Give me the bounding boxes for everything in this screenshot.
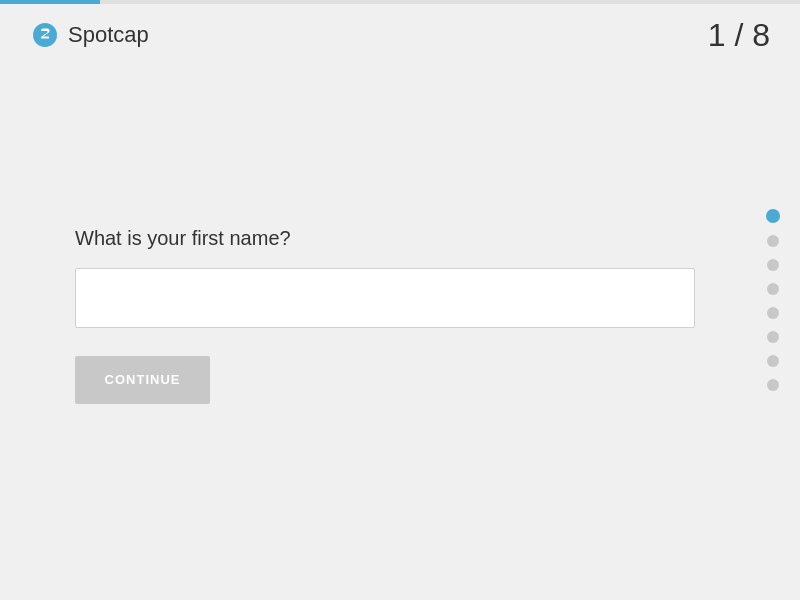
main-content: What is your first name? CONTINUE	[0, 70, 740, 600]
logo: Spotcap	[30, 20, 149, 50]
step-dots	[766, 209, 780, 391]
step-dot-1[interactable]	[766, 209, 780, 223]
step-dot-7[interactable]	[767, 355, 779, 367]
spotcap-logo-icon	[30, 20, 60, 50]
step-dot-6[interactable]	[767, 331, 779, 343]
step-dot-8[interactable]	[767, 379, 779, 391]
logo-text: Spotcap	[68, 22, 149, 48]
header: Spotcap 1 / 8	[0, 0, 800, 70]
step-dot-2[interactable]	[767, 235, 779, 247]
step-dot-4[interactable]	[767, 283, 779, 295]
question-label: What is your first name?	[75, 227, 740, 250]
step-dot-5[interactable]	[767, 307, 779, 319]
step-dot-3[interactable]	[767, 259, 779, 271]
continue-button[interactable]: CONTINUE	[75, 356, 210, 404]
step-counter: 1 / 8	[708, 17, 770, 54]
first-name-input[interactable]	[75, 268, 695, 328]
